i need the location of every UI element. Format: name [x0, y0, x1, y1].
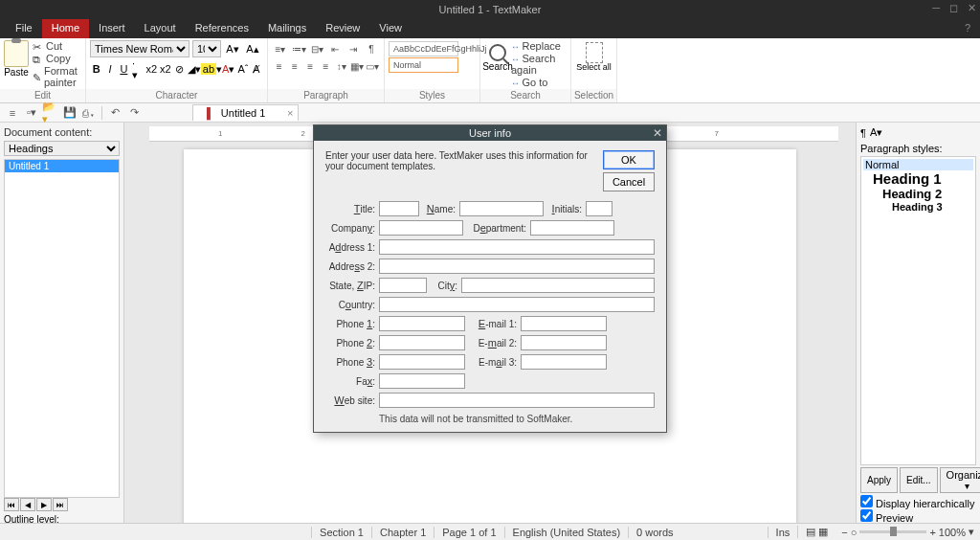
input-statezip[interactable]	[379, 278, 427, 293]
dialog-intro-text: Enter your user data here. TextMaker use…	[325, 150, 595, 191]
lbl-statezip: State, ZIP:	[325, 280, 375, 291]
lbl-phone2: Phone 2:	[325, 337, 375, 349]
input-email2[interactable]	[521, 335, 607, 350]
modal-overlay: User info ✕ Enter your user data here. T…	[0, 0, 980, 540]
input-city[interactable]	[461, 278, 655, 293]
lbl-address2: Address 2:	[325, 260, 375, 272]
input-website[interactable]	[379, 393, 655, 408]
dialog-title: User info	[469, 127, 511, 139]
input-email3[interactable]	[521, 354, 607, 370]
lbl-city: City:	[431, 280, 457, 291]
lbl-initials: Initials:	[547, 203, 582, 214]
input-fax[interactable]	[379, 373, 465, 389]
input-address1[interactable]	[379, 239, 655, 255]
input-country[interactable]	[379, 297, 655, 312]
lbl-address1: Address 1:	[325, 241, 375, 253]
lbl-country: Country:	[325, 299, 375, 310]
dialog-close-icon[interactable]: ✕	[653, 126, 662, 140]
lbl-website: Web site:	[325, 394, 375, 406]
input-name[interactable]	[459, 201, 544, 216]
lbl-department: Department:	[467, 222, 526, 234]
input-initials[interactable]	[586, 201, 612, 216]
user-info-dialog: User info ✕ Enter your user data here. T…	[313, 124, 667, 433]
lbl-name: Name:	[423, 203, 456, 214]
lbl-email3: E-mail 3:	[469, 356, 517, 368]
lbl-title: Title:	[325, 203, 375, 214]
lbl-email1: E-mail 1:	[469, 318, 517, 329]
ok-button[interactable]: OK	[603, 150, 655, 169]
lbl-company: Company:	[325, 222, 375, 234]
lbl-phone3: Phone 3:	[325, 356, 375, 368]
cancel-button[interactable]: Cancel	[603, 172, 655, 191]
input-title[interactable]	[379, 201, 419, 216]
input-phone1[interactable]	[379, 316, 465, 331]
lbl-fax: Fax:	[325, 375, 375, 387]
input-phone2[interactable]	[379, 335, 465, 350]
input-email1[interactable]	[521, 316, 607, 331]
lbl-phone1: Phone 1:	[325, 318, 375, 329]
lbl-email2: E-mail 2:	[469, 337, 517, 349]
input-department[interactable]	[530, 220, 614, 236]
input-company[interactable]	[379, 220, 463, 236]
input-address2[interactable]	[379, 259, 655, 274]
dialog-note: This data will not be transmitted to Sof…	[379, 414, 655, 424]
input-phone3[interactable]	[379, 354, 465, 370]
dialog-titlebar[interactable]: User info ✕	[314, 125, 666, 141]
